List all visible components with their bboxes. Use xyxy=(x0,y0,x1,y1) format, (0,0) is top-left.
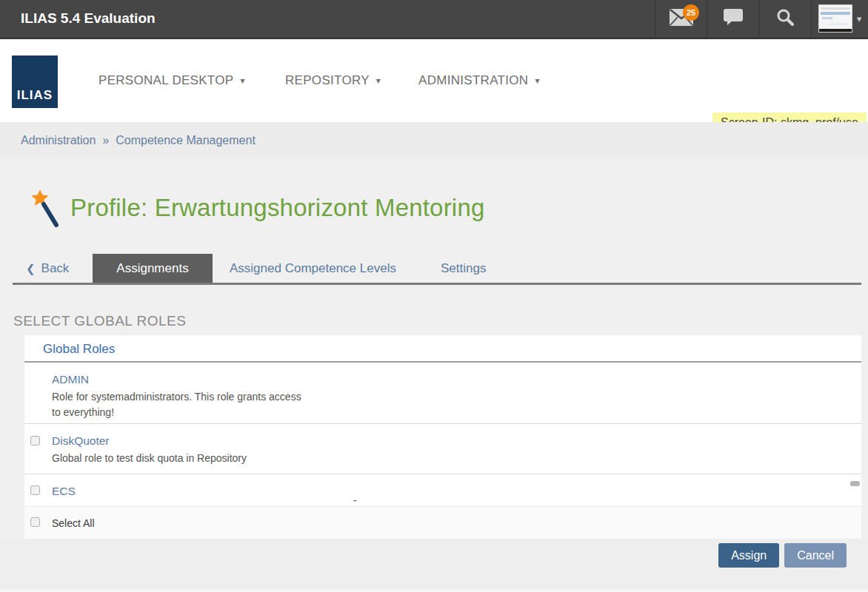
table-row-diskquoter: DiskQuoter Global role to test disk quot… xyxy=(24,424,861,474)
assign-button[interactable]: Assign xyxy=(718,543,779,568)
main-header: ILIAS PERSONAL DESKTOP ▾ REPOSITORY ▾ AD… xyxy=(0,39,868,122)
tab-assignments[interactable]: Assignments xyxy=(93,254,213,283)
avatar xyxy=(818,4,852,33)
breadcrumb-administration[interactable]: Administration xyxy=(21,134,96,147)
tab-back-label: Back xyxy=(41,261,70,276)
role-link-admin[interactable]: ADMIN xyxy=(52,372,89,386)
table-header-row: Global Roles xyxy=(24,335,861,363)
logo-text: ILIAS xyxy=(17,88,53,103)
tab-settings[interactable]: Settings xyxy=(441,254,486,283)
form-footer: Assign Cancel xyxy=(0,539,868,590)
role-checkbox-ecs[interactable] xyxy=(30,485,40,495)
user-menu-button[interactable]: ▾ xyxy=(810,0,868,37)
nav-label: ADMINISTRATION xyxy=(418,73,528,88)
role-link-diskquoter[interactable]: DiskQuoter xyxy=(52,434,110,448)
search-icon xyxy=(776,8,794,29)
form-heading: SELECT GLOBAL ROLES xyxy=(13,313,186,329)
global-roles-table: Global Roles ADMIN Role for systemadmini… xyxy=(24,335,861,539)
role-value-dash: - xyxy=(353,494,357,506)
chevron-down-icon: ▾ xyxy=(535,75,539,86)
ilias-logo[interactable]: ILIAS xyxy=(12,56,58,108)
mail-count-badge: 25 xyxy=(683,4,699,21)
magic-wand-icon xyxy=(30,189,64,232)
footer-buttons: Assign Cancel xyxy=(718,543,847,568)
tab-underline xyxy=(13,283,861,285)
role-link-ecs[interactable]: ECS xyxy=(52,484,76,498)
table-row-admin: ADMIN Role for systemadministrators. Thi… xyxy=(24,363,861,424)
select-all-label: Select All xyxy=(52,517,95,529)
breadcrumb-competence-management[interactable]: Competence Management xyxy=(116,134,256,147)
app-title: ILIAS 5.4 Evaluation xyxy=(21,0,156,37)
chat-button[interactable] xyxy=(707,0,758,37)
tab-back[interactable]: ❮ Back xyxy=(26,254,69,283)
breadcrumb: Administration » Competence Management xyxy=(0,122,868,159)
nav-label: REPOSITORY xyxy=(285,73,370,88)
chevron-left-icon: ❮ xyxy=(26,262,36,275)
nav-administration[interactable]: ADMINISTRATION ▾ xyxy=(418,39,540,122)
search-button[interactable] xyxy=(758,0,810,37)
scrollbar-thumb[interactable] xyxy=(850,481,860,486)
table-row-select-all: Select All xyxy=(24,507,861,539)
mail-button[interactable]: 25 xyxy=(655,0,707,37)
page: ILIAS 5.4 Evaluation 25 xyxy=(0,0,868,592)
table-row-ecs: ECS - xyxy=(24,474,861,507)
nav-personal-desktop[interactable]: PERSONAL DESKTOP ▾ xyxy=(99,39,245,122)
role-description: Role for systemadministrators. This role… xyxy=(52,389,307,420)
nav-repository[interactable]: REPOSITORY ▾ xyxy=(285,39,381,122)
role-checkbox-diskquoter[interactable] xyxy=(30,436,40,445)
column-header-global-roles[interactable]: Global Roles xyxy=(43,342,115,357)
chat-icon xyxy=(723,8,744,29)
chevron-down-icon: ▾ xyxy=(240,75,244,86)
tab-assigned-competence-levels[interactable]: Assigned Competence Levels xyxy=(230,254,396,283)
top-bar: ILIAS 5.4 Evaluation 25 xyxy=(0,0,868,39)
role-description: Global role to test disk quota in Reposi… xyxy=(52,451,307,466)
breadcrumb-separator: » xyxy=(102,134,109,147)
nav-label: PERSONAL DESKTOP xyxy=(99,73,233,88)
chevron-down-icon: ▾ xyxy=(376,75,381,86)
top-bar-actions: 25 xyxy=(655,0,868,37)
select-all-checkbox[interactable] xyxy=(30,517,40,527)
chevron-down-icon: ▾ xyxy=(857,13,862,24)
page-title: Profile: Erwartungshorizont Mentoring xyxy=(70,194,485,222)
cancel-button[interactable]: Cancel xyxy=(784,543,847,568)
